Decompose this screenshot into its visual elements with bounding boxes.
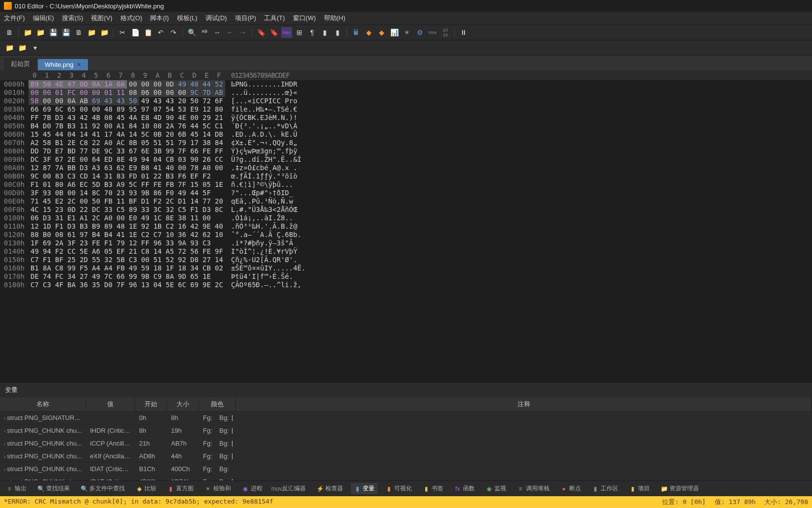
find-icon[interactable]: 🔍	[186, 27, 197, 38]
redo-icon[interactable]: ↷	[168, 27, 179, 38]
histogram-icon[interactable]: 📊	[389, 27, 400, 38]
tb2-dropdown-icon[interactable]: ▾	[29, 42, 40, 53]
menu-调试(D)[interactable]: 调试(D)	[205, 14, 227, 23]
nav1-icon[interactable]: ←	[225, 27, 235, 38]
col-start[interactable]: 开始	[135, 397, 167, 411]
paste-icon[interactable]: 📋	[143, 27, 153, 38]
hex-row[interactable]: 0040hFF7BD343424B08454AE84D904E002921ÿ{Ó…	[0, 114, 812, 122]
close-tab-icon[interactable]: ✕	[77, 61, 81, 68]
hex-row[interactable]: 0080hDD7DE7BD77DE9C33676E3B997F66FEFFÝ}ç…	[0, 147, 812, 155]
menu-脚本(I)[interactable]: 脚本(I)	[150, 14, 169, 23]
goto-icon[interactable]: ↔	[212, 27, 223, 38]
bottom-tab-检查器[interactable]: ⚡检查器	[314, 483, 346, 494]
new-file-icon[interactable]: 🗎	[4, 27, 15, 38]
hex-row[interactable]: 00E0h7145E22C0050FB11BFD1F22CD1147720qEâ…	[0, 197, 812, 206]
bottom-tab-函数[interactable]: fx函数	[451, 483, 478, 494]
hex-row[interactable]: 0070hA258B12EC822A0AC8B05515179173884¢X±…	[0, 139, 812, 147]
hex-row[interactable]: 0120h88B0086197B4B4411EC2C71036426210ˆ°.…	[0, 231, 812, 239]
hex-row[interactable]: 00C0hF10180A6EC5DB3A95CFFFEFB7F15051Eñ.€…	[0, 180, 812, 189]
binary-icon[interactable]: 1016	[440, 27, 451, 38]
col-comment[interactable]: 注释	[236, 397, 812, 411]
hex-row[interactable]: 0130h1F692A3F23FEF17912FF96339A93C3 .i*?…	[0, 239, 812, 247]
bottom-tab-多文件中查找[interactable]: 🔍多文件中查找	[78, 483, 128, 494]
view4-icon[interactable]: ▮	[332, 27, 343, 38]
bottom-tab-进程[interactable]: ◉进程	[239, 483, 265, 494]
hex-row[interactable]: 0180hC7C34FBA3635D07F9613045E6C699E2CÇÃO…	[0, 281, 812, 289]
hex-row[interactable]: 0060h154544041441174A145C0B206B4514DB.ED…	[0, 130, 812, 139]
menu-文件(F)[interactable]: 文件(F)	[4, 14, 25, 23]
col-value[interactable]: 值	[86, 397, 135, 411]
hex-row[interactable]: 0090hDC3F672E0064ED8E499404CB039026CCÜ?g…	[0, 155, 812, 164]
hex-rows[interactable]: 0000h89504E470D0A1A0A0000000D49484452‰PN…	[0, 80, 812, 289]
copy-icon[interactable]: 📄	[130, 27, 141, 38]
hex-row[interactable]: 0030h66696C65000048899597075453E91280fil…	[0, 105, 812, 114]
folder3-icon[interactable]: 📁	[86, 27, 97, 38]
hex-row[interactable]: 0020h5B00000AAB694343504943432050726F[..…	[0, 97, 812, 105]
find-replace-icon[interactable]: ᴬᴮ	[199, 27, 210, 38]
col-size[interactable]: 大小	[167, 397, 199, 411]
vars-row[interactable]: ›struct PNG_CHUNK chu... iCCP (Ancillar.…	[0, 437, 812, 450]
folder4-icon[interactable]: 📁	[99, 27, 110, 38]
calculator-icon[interactable]: 🖩	[350, 27, 361, 38]
tb2-folder2-icon[interactable]: 📁	[17, 42, 28, 53]
bottom-tab-校验和[interactable]: ✶校验和	[202, 483, 234, 494]
tab-start[interactable]: 起始页	[4, 58, 37, 70]
menu-帮助(H)[interactable]: 帮助(H)	[324, 14, 346, 23]
menu-项目(P)[interactable]: 项目(P)	[235, 14, 256, 23]
tab-white-png[interactable]: White.png✕	[38, 59, 88, 70]
vars-row[interactable]: ›struct PNG_CHUNK chu... eXIf (Ancillary…	[0, 450, 812, 463]
bottom-tab-工作区[interactable]: ▮工作区	[589, 483, 621, 494]
vars-body[interactable]: ›struct PNG_SIGNATURE ... 0h 8h Fg: Bg: …	[0, 412, 812, 480]
vars-row[interactable]: ›struct PNG_CHUNK chu... IHDR (Critical,…	[0, 424, 812, 437]
hex-row[interactable]: 00F0h4C15230D22DC33C589333C32C5F1D38CL.#…	[0, 206, 812, 214]
bottom-tab-比较[interactable]: ◆比较	[133, 483, 159, 494]
menu-窗口(W)[interactable]: 窗口(W)	[293, 14, 316, 23]
menu-工具(T)[interactable]: 工具(T)	[264, 14, 285, 23]
cut-icon[interactable]: ✂	[117, 27, 128, 38]
hex-row[interactable]: 00B0h9C0083C3CD143183FD0122B3F6EFF2 œ.ƒÃ…	[0, 172, 812, 180]
bottom-tab-反汇编器[interactable]: mov反汇编器	[270, 483, 309, 494]
bottom-tab-监视[interactable]: ◉监视	[483, 483, 509, 494]
checksum-icon[interactable]: ✶	[402, 27, 412, 38]
bottom-tab-变量[interactable]: ▮变量	[351, 483, 377, 494]
bottom-tab-可视化[interactable]: ▮可视化	[382, 483, 415, 494]
hex-row[interactable]: 0010h000001FC0000011108060000009C7DAB...…	[0, 89, 812, 97]
bookmark-icon[interactable]: 🔖	[256, 27, 266, 38]
hex-row[interactable]: 0160hB18AC899F5A4A4FB4959181F1834CB02±ŠÈ…	[0, 264, 812, 272]
bottom-tab-项目[interactable]: ▮项目	[626, 483, 653, 494]
doc-icon[interactable]: 🗎	[73, 27, 84, 38]
hex-row[interactable]: 00D0h3F930B00148C7023939B86F049445F ?"..…	[0, 189, 812, 197]
tool2-icon[interactable]: ◆	[376, 27, 387, 38]
bookmark2-icon[interactable]: 🔖	[268, 27, 279, 38]
vars-row[interactable]: ›struct PNG_CHUNK chu... IDAT (Critical,…	[0, 463, 812, 476]
hex-row[interactable]: 0000h89504E470D0A1A0A0000000D49484452‰PN…	[0, 80, 812, 89]
hex-row[interactable]: 0150hC7F1BF252D55325BC300515292D82714Çñ¿…	[0, 256, 812, 264]
menu-模板(L)[interactable]: 模板(L)	[177, 14, 198, 23]
menu-格式(O)[interactable]: 格式(O)	[120, 14, 143, 23]
menu-编辑(E)[interactable]: 编辑(E)	[33, 14, 54, 23]
hex-editor[interactable]: 0123456789ABCDEF 0123456789ABCDEF 0000h8…	[0, 70, 812, 382]
hex-row[interactable]: 0110h121DF1D3B3B989481E921BC216429E40.ñÓ…	[0, 222, 812, 231]
compare-icon[interactable]: ◆	[363, 27, 374, 38]
bottom-tab-查找结果[interactable]: 🔍查找结果	[34, 483, 73, 494]
bottom-tab-输出[interactable]: ≡输出	[3, 483, 29, 494]
bottom-tab-书签[interactable]: ▮书签	[420, 483, 446, 494]
open-folder2-icon[interactable]: 📁	[35, 27, 46, 38]
bottom-tab-资源管理器[interactable]: 📁资源管理器	[658, 483, 702, 494]
view1-icon[interactable]: ⊞	[294, 27, 305, 38]
undo-icon[interactable]: ↶	[155, 27, 166, 38]
bottom-tab-调用堆栈[interactable]: ≡调用堆栈	[514, 483, 552, 494]
view3-icon[interactable]: ▮	[319, 27, 330, 38]
hex-row[interactable]: 00A0h12877ABBD3A36362E9B841400078A000.‡z…	[0, 164, 812, 172]
col-name[interactable]: 名称	[0, 397, 86, 411]
pause-icon[interactable]: ⏸	[458, 27, 469, 38]
menu-视图(V)[interactable]: 视图(V)	[91, 14, 112, 23]
col-color[interactable]: 颜色	[199, 397, 236, 411]
nav2-icon[interactable]: →	[237, 27, 248, 38]
hex-row[interactable]: 0100h06D331E1A12CA000E0491C8E381100 .Ó1á…	[0, 214, 812, 222]
bottom-tab-直方图[interactable]: ▮直方图	[164, 483, 197, 494]
hex-mode-icon[interactable]: Hex	[281, 27, 292, 38]
mov-icon[interactable]: mov	[427, 27, 438, 38]
hex-row[interactable]: 0170hDE74FC3427497C66999BC98A9D651E Þtü4…	[0, 272, 812, 281]
vars-row[interactable]: ›struct PNG_SIGNATURE ... 0h 8h Fg: Bg:	[0, 412, 812, 424]
